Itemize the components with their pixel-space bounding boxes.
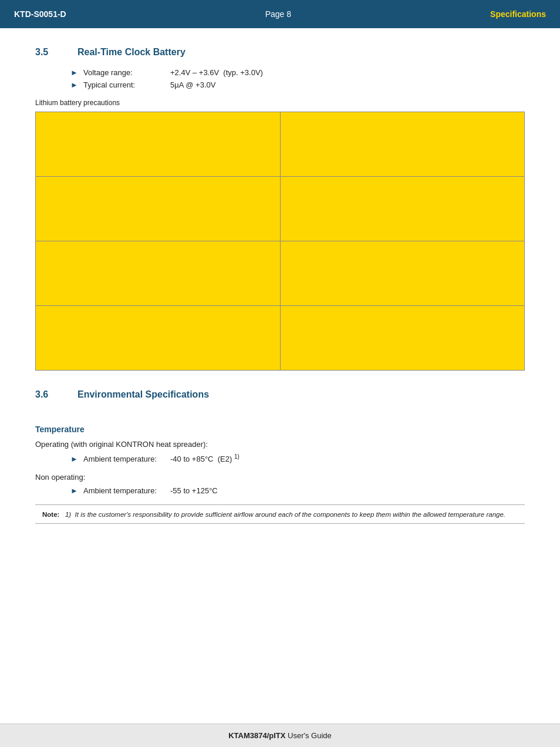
table-cell	[36, 306, 281, 371]
section-36-number: 3.6	[35, 389, 59, 400]
non-operating-spec-list: ► Ambient temperature: -55 to +125°C	[70, 486, 525, 495]
non-operating-label: Non operating:	[35, 473, 525, 482]
note-label: Note:	[42, 511, 63, 518]
note-section: Note: 1) It is the customer's responsibi…	[35, 504, 525, 524]
temperature-subtitle: Temperature	[35, 425, 525, 434]
section-35-heading: 3.5 Real-Time Clock Battery	[35, 47, 525, 58]
section-35-number: 3.5	[35, 47, 59, 58]
spec-value: 5µA @ +3.0V	[170, 80, 215, 89]
spec-value: -40 to +85°C (E2) 1)	[170, 453, 239, 463]
table-row	[36, 241, 525, 306]
precautions-label: Lithium battery precautions	[35, 99, 525, 107]
section-36-heading: 3.6 Environmental Specifications	[35, 389, 525, 400]
operating-label: Operating (with original KONTRON heat sp…	[35, 440, 525, 449]
table-row	[36, 306, 525, 371]
superscript: 1)	[234, 453, 239, 460]
page-header: KTD-S0051-D Page 8 Specifications	[0, 0, 560, 28]
spec-label: Ambient temperature:	[83, 486, 166, 495]
list-item: ► Typical current: 5µA @ +3.0V	[70, 80, 525, 89]
table-cell	[36, 241, 281, 306]
spec-label: Typical current:	[83, 80, 166, 89]
header-section: Specifications	[490, 9, 546, 19]
page-footer: KTAM3874/pITX User's Guide	[0, 724, 560, 747]
spec-value: +2.4V – +3.6V (typ. +3.0V)	[170, 68, 263, 77]
spec-label: Voltage range:	[83, 68, 166, 77]
header-page: Page 8	[265, 9, 291, 19]
header-doc-id: KTD-S0051-D	[14, 9, 66, 19]
bullet-icon: ►	[70, 455, 79, 463]
lithium-precautions-table	[35, 112, 525, 371]
operating-spec-list: ► Ambient temperature: -40 to +85°C (E2)…	[70, 453, 525, 463]
list-item: ► Voltage range: +2.4V – +3.6V (typ. +3.…	[70, 68, 525, 77]
bullet-icon: ►	[70, 80, 79, 89]
bullet-icon: ►	[70, 486, 79, 495]
note-text: Note: 1) It is the customer's responsibi…	[42, 511, 505, 518]
spec-value: -55 to +125°C	[170, 486, 218, 495]
table-row	[36, 177, 525, 241]
table-cell	[280, 306, 525, 371]
note-body: It is the customer's responsibility to p…	[75, 511, 505, 518]
list-item: ► Ambient temperature: -40 to +85°C (E2)…	[70, 453, 525, 463]
table-cell	[36, 112, 281, 177]
bullet-icon: ►	[70, 68, 79, 77]
table-cell	[36, 177, 281, 241]
table-row	[36, 112, 525, 177]
spec-label: Ambient temperature:	[83, 455, 166, 463]
section-35-spec-list: ► Voltage range: +2.4V – +3.6V (typ. +3.…	[70, 68, 525, 89]
table-cell	[280, 177, 525, 241]
footer-product-normal: User's Guide	[285, 731, 331, 740]
page-content: 3.5 Real-Time Clock Battery ► Voltage ra…	[0, 28, 560, 724]
footer-product-bold: KTAM3874/pITX	[228, 731, 285, 740]
table-cell	[280, 241, 525, 306]
section-35-title: Real-Time Clock Battery	[77, 47, 185, 58]
list-item: ► Ambient temperature: -55 to +125°C	[70, 486, 525, 495]
table-cell	[280, 112, 525, 177]
section-36-title: Environmental Specifications	[77, 389, 209, 400]
